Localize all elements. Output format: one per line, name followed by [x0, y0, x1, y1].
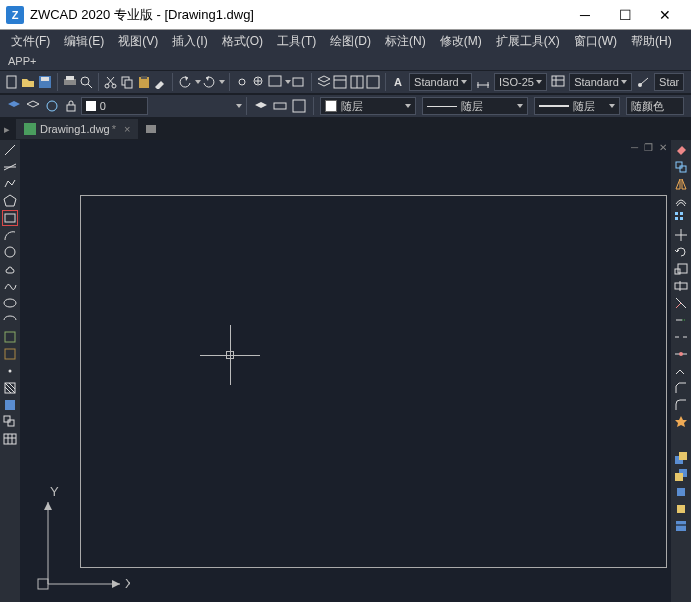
menu-window[interactable]: 窗口(W): [567, 30, 624, 52]
menu-express[interactable]: 扩展工具(X): [489, 30, 567, 52]
rotate-icon[interactable]: [673, 244, 689, 260]
menu-draw[interactable]: 绘图(D): [323, 30, 378, 52]
tablestyle-icon[interactable]: [551, 73, 565, 91]
doc-tab-arrow-icon[interactable]: ▸: [4, 123, 10, 136]
array-icon[interactable]: [673, 210, 689, 226]
zoom-realtime-icon[interactable]: [251, 73, 265, 91]
gradient-icon[interactable]: [2, 397, 18, 413]
arc-icon[interactable]: [2, 227, 18, 243]
zoom-window-icon[interactable]: [268, 73, 282, 91]
cut-icon[interactable]: [104, 73, 118, 91]
redo-icon[interactable]: [202, 73, 216, 91]
hatch-back-icon[interactable]: [673, 518, 689, 534]
layer-freeze-icon[interactable]: [43, 97, 60, 115]
menu-edit[interactable]: 编辑(E): [57, 30, 111, 52]
plot-icon[interactable]: [63, 73, 77, 91]
break-point-icon[interactable]: [673, 346, 689, 362]
hatch-icon[interactable]: [2, 380, 18, 396]
window-maximize-button[interactable]: ☐: [605, 0, 645, 30]
dimstyle-dropdown[interactable]: ISO-25: [494, 73, 547, 91]
lineweight-dropdown[interactable]: 随层: [534, 97, 620, 115]
design-center-icon[interactable]: [350, 73, 364, 91]
layer-index-input[interactable]: 0: [81, 97, 148, 115]
tool-palette-icon[interactable]: [366, 73, 380, 91]
menu-format[interactable]: 格式(O): [215, 30, 270, 52]
window-minimize-button[interactable]: ─: [565, 0, 605, 30]
paste-icon[interactable]: [136, 73, 150, 91]
draworder-back-icon[interactable]: [673, 467, 689, 483]
draworder-above-icon[interactable]: [673, 484, 689, 500]
preview-icon[interactable]: [79, 73, 93, 91]
ellipse-icon[interactable]: [2, 295, 18, 311]
layer-state-icon[interactable]: [24, 97, 41, 115]
spline-icon[interactable]: [2, 278, 18, 294]
layer-manager-icon[interactable]: [5, 97, 22, 115]
copy-obj-icon[interactable]: [673, 159, 689, 175]
menu-tools[interactable]: 工具(T): [270, 30, 323, 52]
menu-insert[interactable]: 插入(I): [165, 30, 214, 52]
layers-icon[interactable]: [317, 73, 331, 91]
table-icon[interactable]: [2, 431, 18, 447]
stretch-icon[interactable]: [673, 278, 689, 294]
drawing-canvas[interactable]: ─ ❐ ✕ Y X: [20, 140, 671, 602]
layer-current-icon[interactable]: [290, 97, 307, 115]
ellipse-arc-icon[interactable]: [2, 312, 18, 328]
layer-lock-icon[interactable]: [63, 97, 80, 115]
move-icon[interactable]: [673, 227, 689, 243]
menu-modify[interactable]: 修改(M): [433, 30, 489, 52]
trim-icon[interactable]: [673, 295, 689, 311]
menu-file[interactable]: 文件(F): [4, 30, 57, 52]
explode-icon[interactable]: [673, 414, 689, 430]
pan-icon[interactable]: [235, 73, 249, 91]
join-icon[interactable]: [673, 363, 689, 379]
offset-icon[interactable]: [673, 193, 689, 209]
textstyle-dropdown[interactable]: Standard: [409, 73, 472, 91]
match-icon[interactable]: [153, 73, 167, 91]
break-icon[interactable]: [673, 329, 689, 345]
plotstyle-dropdown[interactable]: 随颜色: [626, 97, 684, 115]
menu-dimension[interactable]: 标注(N): [378, 30, 433, 52]
doc-tab-close-icon[interactable]: ×: [124, 123, 130, 135]
chamfer-icon[interactable]: [673, 380, 689, 396]
dimstyle-icon[interactable]: [476, 73, 490, 91]
new-tab-icon[interactable]: [142, 120, 160, 138]
mirror-icon[interactable]: [673, 176, 689, 192]
menu-help[interactable]: 帮助(H): [624, 30, 679, 52]
region-icon[interactable]: [2, 414, 18, 430]
revcloud-icon[interactable]: [2, 261, 18, 277]
color-dropdown[interactable]: 随层: [320, 97, 416, 115]
erase-icon[interactable]: [673, 142, 689, 158]
point-icon[interactable]: [2, 363, 18, 379]
fillet-icon[interactable]: [673, 397, 689, 413]
zoom-prev-icon[interactable]: [292, 73, 306, 91]
insert-block-icon[interactable]: [2, 329, 18, 345]
canvas-restore-icon[interactable]: ❐: [644, 142, 653, 153]
open-file-icon[interactable]: [21, 73, 35, 91]
mleaderstyle-icon[interactable]: [636, 73, 650, 91]
undo-icon[interactable]: [178, 73, 192, 91]
extend-icon[interactable]: [673, 312, 689, 328]
window-close-button[interactable]: ✕: [645, 0, 685, 30]
mleaderstyle-dropdown[interactable]: Stan: [654, 73, 684, 91]
tablestyle-dropdown[interactable]: Standard: [569, 73, 632, 91]
copy-icon[interactable]: [120, 73, 134, 91]
draworder-icon[interactable]: [673, 450, 689, 466]
canvas-minimize-icon[interactable]: ─: [631, 142, 638, 153]
save-icon[interactable]: [38, 73, 52, 91]
document-tab[interactable]: Drawing1.dwg* ×: [16, 119, 138, 139]
scale-icon[interactable]: [673, 261, 689, 277]
app-plus-button[interactable]: APP+: [0, 52, 691, 70]
layer-iso-icon[interactable]: [271, 97, 288, 115]
textstyle-icon[interactable]: A: [391, 73, 405, 91]
layer-prev-icon[interactable]: [252, 97, 269, 115]
make-block-icon[interactable]: [2, 346, 18, 362]
circle-icon[interactable]: [2, 244, 18, 260]
properties-icon[interactable]: [333, 73, 347, 91]
xline-icon[interactable]: [2, 159, 18, 175]
linetype-dropdown[interactable]: 随层: [422, 97, 527, 115]
line-icon[interactable]: [2, 142, 18, 158]
new-file-icon[interactable]: [5, 73, 19, 91]
draworder-under-icon[interactable]: [673, 501, 689, 517]
canvas-close-icon[interactable]: ✕: [659, 142, 667, 153]
polygon-icon[interactable]: [2, 193, 18, 209]
